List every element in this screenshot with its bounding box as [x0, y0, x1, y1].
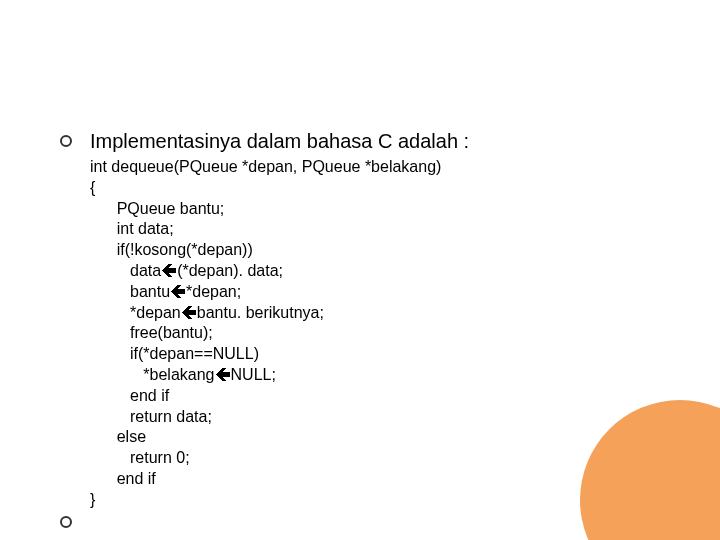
code-line: bantu🡸*depan;: [90, 282, 660, 303]
code-text: (*depan). data;: [177, 262, 283, 279]
bullet-row-2: [60, 511, 660, 528]
code-line: if(!kosong(*depan)): [90, 240, 660, 261]
code-line: return data;: [90, 407, 660, 428]
code-line: free(bantu);: [90, 323, 660, 344]
code-text: *depan: [90, 304, 181, 321]
left-arrow-icon: 🡸: [181, 304, 197, 321]
code-line: else: [90, 427, 660, 448]
left-arrow-icon: 🡸: [215, 366, 231, 383]
code-block: int dequeue(PQueue *depan, PQueue *belak…: [90, 157, 660, 511]
bullet-icon: [60, 135, 72, 147]
bullet-icon: [60, 516, 72, 528]
code-line: int dequeue(PQueue *depan, PQueue *belak…: [90, 157, 660, 178]
code-text: bantu. berikutnya;: [197, 304, 324, 321]
code-text: bantu: [90, 283, 170, 300]
code-text: NULL;: [231, 366, 276, 383]
code-text: *depan;: [186, 283, 241, 300]
code-line: if(*depan==NULL): [90, 344, 660, 365]
code-line: int data;: [90, 219, 660, 240]
code-line: return 0;: [90, 448, 660, 469]
code-line: *depan🡸bantu. berikutnya;: [90, 303, 660, 324]
code-line: }: [90, 490, 660, 511]
code-line: {: [90, 178, 660, 199]
code-text: *belakang: [90, 366, 215, 383]
code-line: end if: [90, 469, 660, 490]
code-line: PQueue bantu;: [90, 199, 660, 220]
code-text: data: [90, 262, 161, 279]
left-arrow-icon: 🡸: [161, 262, 177, 279]
left-arrow-icon: 🡸: [170, 283, 186, 300]
code-line: *belakang🡸NULL;: [90, 365, 660, 386]
code-line: end if: [90, 386, 660, 407]
code-line: data🡸(*depan). data;: [90, 261, 660, 282]
bullet-row-1: Implementasinya dalam bahasa C adalah :: [60, 130, 660, 153]
heading-text: Implementasinya dalam bahasa C adalah :: [90, 130, 469, 153]
